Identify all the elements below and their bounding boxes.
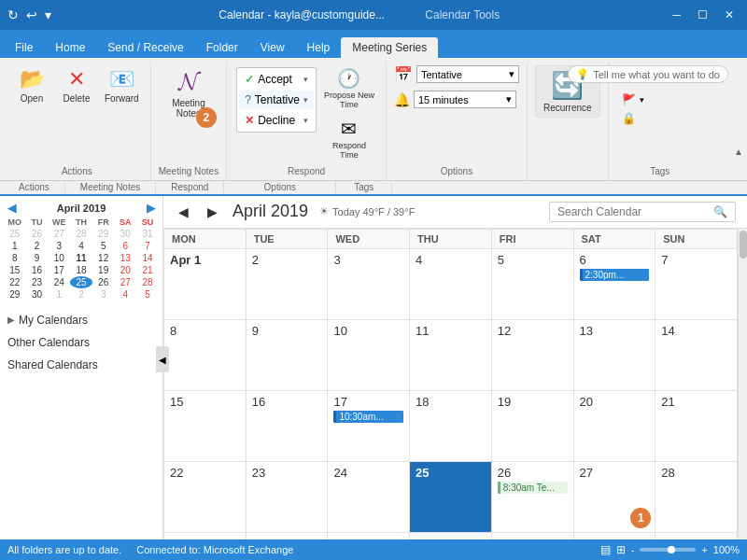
mini-cal-day[interactable]: 19 — [92, 264, 115, 276]
view-icon-2[interactable]: ⊞ — [616, 543, 626, 556]
table-row[interactable]: 5 — [491, 248, 573, 319]
mini-cal-next[interactable]: ▶ — [143, 202, 159, 215]
sidebar-item-other-calendars[interactable]: Other Calendars — [4, 330, 159, 353]
mini-cal-day[interactable]: 31 — [136, 228, 159, 240]
tab-help[interactable]: Help — [296, 37, 342, 58]
mini-cal-day[interactable]: 1 — [4, 240, 26, 252]
mini-cal-day[interactable]: 17 — [48, 264, 70, 276]
table-row[interactable]: 8 — [164, 319, 247, 390]
table-row[interactable]: 25 — [410, 461, 492, 532]
mini-cal-day[interactable]: 20 — [115, 264, 137, 276]
accept-button[interactable]: ✓ Accept ▾ — [239, 70, 314, 89]
table-row[interactable]: 20 — [573, 390, 655, 461]
tab-home[interactable]: Home — [44, 37, 96, 58]
mini-cal-day[interactable]: 12 — [92, 252, 115, 264]
mini-cal-day[interactable]: 30 — [26, 288, 49, 301]
decline-button[interactable]: ✕ Decline ▾ — [239, 111, 314, 130]
table-row[interactable]: 24 — [328, 461, 410, 532]
table-row[interactable]: 271 — [573, 461, 655, 532]
restore-button[interactable]: ☐ — [692, 8, 713, 21]
sidebar-item-my-calendars[interactable]: ▶ My Calendars — [4, 308, 159, 330]
table-row[interactable]: 14 — [655, 319, 738, 390]
propose-new-time-button[interactable]: 🕐 Propose NewTime — [320, 65, 378, 112]
table-row[interactable]: 15 — [164, 390, 247, 461]
search-bar[interactable]: 🔍 — [549, 202, 736, 222]
event-pill[interactable]: 8:30am Te... — [498, 482, 568, 494]
mini-cal-day[interactable]: 26 — [92, 276, 115, 288]
table-row[interactable]: 7 — [655, 248, 738, 319]
mini-cal-day[interactable]: 29 — [4, 288, 26, 301]
mini-cal-day[interactable]: 21 — [136, 264, 159, 276]
mini-cal-day[interactable]: 25 — [70, 276, 92, 288]
plus-zoom-button[interactable]: + — [701, 544, 707, 555]
tab-send-receive[interactable]: Send / Receive — [96, 37, 194, 58]
table-row[interactable]: 12 — [491, 319, 573, 390]
table-row[interactable]: 3 — [328, 248, 410, 319]
mini-cal-day[interactable]: 6 — [115, 240, 137, 252]
search-input[interactable] — [557, 205, 713, 218]
event-pill[interactable]: 2:30pm... — [580, 269, 650, 281]
table-row[interactable]: 13 — [573, 319, 655, 390]
mini-cal-day[interactable]: 18 — [70, 264, 92, 276]
mini-cal-day[interactable]: 16 — [26, 264, 49, 276]
reminder-dropdown[interactable]: 15 minutes ▾ — [414, 91, 516, 108]
event-pill[interactable]: 10:30am... — [333, 411, 403, 423]
sidebar-collapse-button[interactable]: ◀ — [156, 346, 169, 372]
mini-cal-prev[interactable]: ◀ — [4, 202, 20, 215]
tab-meeting-series[interactable]: Meeting Series — [341, 37, 438, 58]
forward-button[interactable]: 📧 Forward — [101, 65, 143, 105]
mini-cal-day[interactable]: 13 — [115, 252, 137, 264]
mini-cal-day[interactable]: 2 — [26, 240, 49, 252]
mini-cal-day[interactable]: 29 — [92, 228, 115, 240]
table-row[interactable]: 10 — [328, 319, 410, 390]
lock-button[interactable]: 🔒 — [616, 110, 657, 127]
respond-time-button[interactable]: ✉ RespondTime — [320, 116, 378, 162]
view-icon-1[interactable]: ▤ — [600, 543, 611, 556]
mini-cal-day[interactable]: 15 — [4, 264, 26, 276]
zoom-track[interactable] — [640, 548, 696, 552]
table-row[interactable]: 268:30am Te... — [491, 461, 573, 532]
mini-cal-day[interactable]: 1 — [48, 288, 70, 301]
mini-cal-day[interactable]: 25 — [4, 228, 26, 240]
refresh-icon[interactable]: ↻ — [7, 7, 19, 22]
mini-cal-day[interactable]: 5 — [92, 240, 115, 252]
table-row[interactable]: 2 — [246, 248, 328, 319]
mini-cal-day[interactable]: 27 — [115, 276, 137, 288]
mini-cal-day[interactable]: 2 — [70, 288, 92, 301]
mini-cal-day[interactable]: 8 — [4, 252, 26, 264]
mini-cal-day[interactable]: 26 — [26, 228, 49, 240]
mini-cal-day[interactable]: 23 — [26, 276, 49, 288]
flag-button[interactable]: 🚩 ▾ — [616, 91, 657, 108]
mini-cal-day[interactable]: 3 — [92, 288, 115, 301]
table-row[interactable]: 22 — [164, 461, 247, 532]
meeting-notes-button[interactable]: 𝓝 MeetingNotes 2 — [168, 65, 209, 120]
mini-cal-day[interactable]: 30 — [115, 228, 137, 240]
tab-view[interactable]: View — [249, 37, 296, 58]
table-row[interactable]: 18 — [410, 390, 492, 461]
ribbon-collapse-button[interactable]: ▲ — [734, 145, 743, 158]
delete-button[interactable]: ✕ Delete — [56, 65, 97, 105]
table-row[interactable]: 21 — [655, 390, 738, 461]
table-row[interactable]: 19 — [491, 390, 573, 461]
table-row[interactable]: 9 — [246, 319, 328, 390]
sidebar-item-shared-calendars[interactable]: Shared Calendars — [4, 353, 159, 375]
mini-cal-day[interactable]: 7 — [136, 240, 159, 252]
mini-cal-day[interactable]: 3 — [48, 240, 70, 252]
table-row[interactable]: 28 — [655, 461, 738, 532]
cal-prev-button[interactable]: ◀ — [175, 204, 192, 219]
minimize-button[interactable]: ─ — [667, 8, 686, 21]
tentative-dropdown[interactable]: Tentative ▾ — [416, 65, 519, 83]
undo-icon[interactable]: ↩ — [26, 7, 37, 22]
cal-next-button[interactable]: ▶ — [204, 204, 221, 219]
table-row[interactable]: 1710:30am... — [328, 390, 410, 461]
table-row[interactable]: 4 — [410, 248, 492, 319]
mini-cal-day[interactable]: 9 — [26, 252, 49, 264]
tentative-button[interactable]: ? Tentative ▾ — [239, 91, 314, 109]
table-row[interactable]: 11 — [410, 319, 492, 390]
minus-zoom-button[interactable]: - — [631, 544, 635, 555]
mini-cal-day[interactable]: 4 — [70, 240, 92, 252]
tab-file[interactable]: File — [4, 37, 44, 58]
close-button[interactable]: ✕ — [719, 8, 740, 21]
toolbar-pin-icon[interactable]: ▾ — [45, 7, 51, 22]
open-button[interactable]: 📂 Open — [11, 65, 52, 105]
